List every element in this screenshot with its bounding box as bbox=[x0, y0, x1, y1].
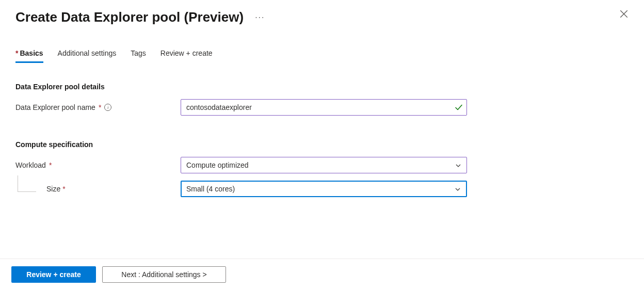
tab-label: Basics bbox=[20, 49, 43, 57]
size-label: Size bbox=[46, 185, 60, 193]
pool-name-label: Data Explorer pool name bbox=[15, 103, 95, 111]
required-indicator: * bbox=[49, 161, 52, 169]
section-compute-title: Compute specification bbox=[15, 140, 629, 149]
workload-dropdown[interactable]: Compute optimized bbox=[181, 157, 467, 173]
workload-label: Workload bbox=[15, 161, 46, 169]
size-dropdown[interactable]: Small (4 cores) bbox=[181, 181, 467, 197]
tab-review-create[interactable]: Review + create bbox=[160, 49, 213, 63]
tab-bar: *Basics Additional settings Tags Review … bbox=[0, 29, 644, 63]
chevron-down-icon bbox=[455, 162, 461, 168]
workload-value: Compute optimized bbox=[186, 161, 249, 169]
check-icon bbox=[455, 103, 463, 111]
chevron-down-icon bbox=[455, 186, 461, 192]
section-pool-details-title: Data Explorer pool details bbox=[15, 83, 629, 91]
next-button[interactable]: Next : Additional settings > bbox=[102, 266, 226, 283]
tab-tags[interactable]: Tags bbox=[131, 49, 146, 63]
size-value: Small (4 cores) bbox=[186, 185, 235, 193]
tab-additional-settings[interactable]: Additional settings bbox=[58, 49, 117, 63]
info-icon[interactable]: i bbox=[104, 104, 111, 111]
required-indicator: * bbox=[62, 185, 65, 193]
tab-basics[interactable]: *Basics bbox=[15, 49, 43, 63]
page-title: Create Data Explorer pool (Preview) bbox=[15, 9, 244, 25]
required-indicator: * bbox=[15, 49, 18, 57]
footer-bar: Review + create Next : Additional settin… bbox=[0, 259, 644, 290]
pool-name-input[interactable] bbox=[181, 99, 467, 116]
more-actions-button[interactable]: ··· bbox=[255, 13, 265, 22]
close-icon[interactable] bbox=[619, 9, 629, 19]
tree-connector bbox=[18, 182, 43, 196]
required-indicator: * bbox=[99, 103, 101, 111]
review-create-button[interactable]: Review + create bbox=[11, 266, 96, 283]
